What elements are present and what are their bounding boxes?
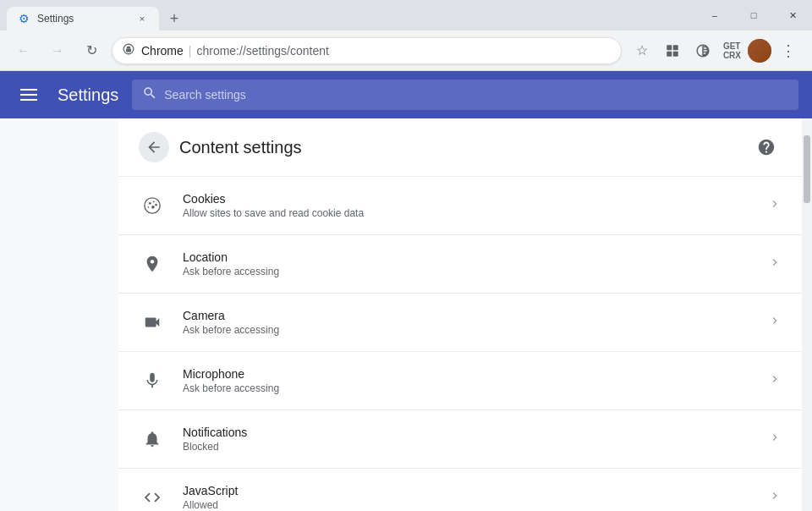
svg-rect-2	[667, 45, 672, 50]
minimize-button[interactable]: –	[695, 0, 734, 30]
svg-point-10	[151, 206, 155, 209]
secure-icon	[123, 43, 134, 58]
settings-title: Settings	[58, 85, 118, 105]
svg-point-11	[155, 204, 157, 206]
item-subtitle-microphone: Ask before accessing	[183, 382, 751, 394]
item-title-cookies: Cookies	[183, 192, 751, 206]
menu-button[interactable]: ⋮	[775, 37, 802, 64]
svg-point-9	[148, 206, 150, 208]
scrollbar[interactable]	[802, 118, 812, 511]
item-text-notifications: Notifications Blocked	[183, 426, 751, 453]
tab-strip: ⚙ Settings × +	[0, 7, 812, 30]
extension-label[interactable]: GETCRX	[720, 37, 744, 64]
svg-point-6	[145, 198, 160, 213]
settings-item-location[interactable]: Location Ask before accessing	[118, 235, 802, 294]
item-title-camera: Camera	[183, 309, 751, 322]
item-subtitle-location: Ask before accessing	[183, 266, 751, 277]
address-bar: ← → ↻ Chrome|chrome://settings/content ☆…	[0, 30, 812, 71]
item-title-microphone: Microphone	[183, 367, 751, 381]
new-tab-button[interactable]: +	[162, 7, 186, 30]
cookies-icon	[139, 192, 166, 219]
omnibox-url: Chrome|chrome://settings/content	[141, 44, 611, 58]
close-button[interactable]: ✕	[773, 0, 812, 30]
user-avatar[interactable]	[748, 39, 771, 63]
hamburger-line-2	[20, 94, 37, 96]
back-button[interactable]: ←	[10, 37, 37, 64]
item-arrow-microphone	[768, 372, 782, 389]
hamburger-line-1	[20, 89, 37, 91]
item-subtitle-camera: Ask before accessing	[183, 324, 751, 336]
item-text-camera: Camera Ask before accessing	[183, 309, 751, 336]
search-icon	[142, 85, 157, 105]
item-arrow-notifications	[768, 431, 782, 448]
hamburger-button[interactable]	[14, 80, 44, 110]
item-arrow-cookies	[768, 197, 782, 214]
scroll-thumb[interactable]	[804, 135, 810, 203]
svg-point-8	[153, 201, 155, 203]
url-path: chrome://settings/content	[196, 44, 328, 58]
settings-item-microphone[interactable]: Microphone Ask before accessing	[118, 352, 802, 410]
item-title-javascript: JavaScript	[183, 484, 751, 497]
location-icon	[139, 250, 166, 277]
notifications-icon	[139, 426, 166, 453]
settings-list: Cookies Allow sites to save and read coo…	[118, 177, 802, 511]
item-arrow-location	[768, 256, 782, 272]
toolbar-icons: ☆ GETCRX ⋮	[628, 37, 802, 64]
svg-rect-3	[673, 45, 678, 50]
item-text-javascript: JavaScript Allowed	[183, 484, 751, 511]
item-subtitle-notifications: Blocked	[183, 441, 751, 453]
content-title: Content settings	[179, 138, 741, 157]
item-title-location: Location	[183, 250, 751, 264]
settings-item-notifications[interactable]: Notifications Blocked	[118, 410, 802, 469]
item-arrow-javascript	[768, 489, 782, 506]
svg-rect-5	[673, 51, 678, 56]
settings-item-javascript[interactable]: JavaScript Allowed	[118, 469, 802, 511]
reload-button[interactable]: ↻	[78, 37, 105, 64]
tab-close-button[interactable]: ×	[135, 12, 149, 25]
back-button[interactable]	[139, 132, 169, 162]
content-wrapper: Content settings Cookies Allow sites to …	[0, 118, 812, 511]
settings-item-cookies[interactable]: Cookies Allow sites to save and read coo…	[118, 177, 802, 235]
settings-item-camera[interactable]: Camera Ask before accessing	[118, 294, 802, 352]
extension-icon-2[interactable]	[689, 37, 716, 64]
title-bar: ⚙ Settings × + – □ ✕	[0, 0, 812, 30]
extension-icon-1[interactable]	[659, 37, 686, 64]
settings-header: Settings	[0, 71, 812, 118]
main-area: Settings	[0, 71, 812, 511]
active-tab[interactable]: ⚙ Settings ×	[7, 7, 159, 30]
item-text-location: Location Ask before accessing	[183, 250, 751, 277]
forward-button[interactable]: →	[44, 37, 71, 64]
window-controls: – □ ✕	[695, 0, 812, 30]
microphone-icon	[139, 367, 166, 394]
svg-rect-1	[126, 48, 131, 52]
url-sep: |	[189, 44, 192, 58]
item-subtitle-cookies: Allow sites to save and read cookie data	[183, 207, 751, 219]
bookmark-button[interactable]: ☆	[628, 37, 656, 64]
item-subtitle-javascript: Allowed	[183, 499, 751, 511]
content-header: Content settings	[118, 118, 802, 177]
page-content: Settings	[0, 71, 812, 511]
search-input[interactable]	[164, 88, 788, 102]
item-text-cookies: Cookies Allow sites to save and read coo…	[183, 192, 751, 219]
javascript-icon	[139, 484, 166, 511]
camera-icon	[139, 309, 166, 336]
left-gutter	[0, 118, 118, 511]
help-button[interactable]	[751, 132, 782, 162]
tab-title: Settings	[37, 13, 129, 25]
search-box[interactable]	[132, 80, 798, 110]
item-arrow-camera	[768, 314, 782, 331]
svg-point-7	[149, 202, 151, 205]
url-domain: Chrome	[141, 44, 184, 58]
omnibox[interactable]: Chrome|chrome://settings/content	[112, 37, 622, 64]
item-text-microphone: Microphone Ask before accessing	[183, 367, 751, 394]
maximize-button[interactable]: □	[734, 0, 773, 30]
content-area: Content settings Cookies Allow sites to …	[118, 118, 802, 511]
content-inner: Content settings Cookies Allow sites to …	[118, 118, 802, 511]
item-title-notifications: Notifications	[183, 426, 751, 439]
tab-favicon: ⚙	[17, 12, 30, 25]
svg-rect-4	[667, 51, 672, 56]
hamburger-line-3	[20, 99, 37, 101]
